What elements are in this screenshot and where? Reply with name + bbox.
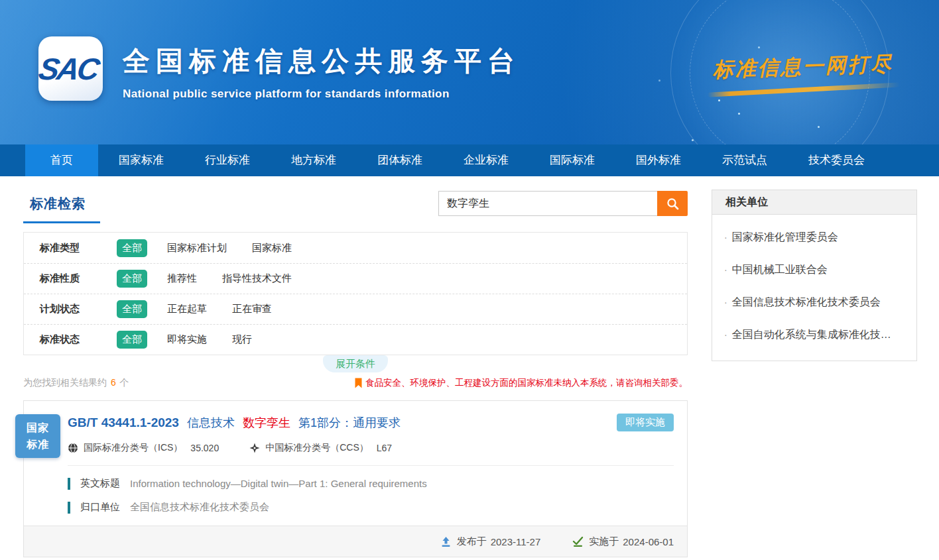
bullet-dot: · xyxy=(724,264,727,275)
page-title-standard-search: 标准检索 xyxy=(23,190,100,223)
english-title-value: Information technology—Digital twin—Part… xyxy=(130,478,427,489)
nav-item-technical-committees[interactable]: 技术委员会 xyxy=(788,144,885,176)
nav-item-foreign-standards[interactable]: 国外标准 xyxy=(615,144,702,176)
ics-label: 国际标准分类号（ICS） xyxy=(84,442,182,454)
bullet-dot: · xyxy=(724,297,727,308)
ics-classification: 国际标准分类号（ICS） 35.020 xyxy=(68,442,219,454)
standard-title-part1: 信息技术 xyxy=(187,416,235,429)
implemented-date: 实施于 2024-06-01 xyxy=(572,535,674,548)
search-input[interactable] xyxy=(438,191,657,216)
site-header: SAC 全国标准信息公共服务平台 National public service… xyxy=(0,0,939,144)
related-units-panel: 相关单位 ·国家标准化管理委员会 ·中国机械工业联合会 ·全国信息技术标准化技术… xyxy=(712,190,917,361)
implemented-date-value: 2024-06-01 xyxy=(623,536,674,547)
sidebar-item-automation-committee[interactable]: ·全国自动化系统与集成标准化技… xyxy=(724,319,905,351)
standard-title-part2: 第1部分：通用要求 xyxy=(298,416,401,429)
bullet-dot: · xyxy=(724,232,727,243)
sac-logo-text: SAC xyxy=(36,51,105,87)
sac-logo[interactable]: SAC xyxy=(38,36,103,101)
ccs-value: L67 xyxy=(377,443,392,453)
standard-type-badge: 国家 标准 xyxy=(15,414,60,458)
nav-item-home[interactable]: 首页 xyxy=(25,144,98,176)
filter-label: 计划状态 xyxy=(40,303,90,315)
header-slogan: 标准信息一网打尽 xyxy=(703,50,903,95)
site-subtitle: National public service platform for sta… xyxy=(123,87,521,101)
nav-item-national-standards[interactable]: 国家标准 xyxy=(98,144,184,176)
filter-option[interactable]: 正在审查 xyxy=(232,303,272,315)
sidebar-item-sac[interactable]: ·国家标准化管理委员会 xyxy=(724,221,905,254)
compass-icon xyxy=(249,443,260,453)
site-title: 全国标准信息公共服务平台 xyxy=(123,43,521,80)
status-badge: 即将实施 xyxy=(617,414,674,431)
related-units-title: 相关单位 xyxy=(712,190,916,215)
type-badge-line2: 标准 xyxy=(27,436,49,453)
published-date-value: 2023-11-27 xyxy=(491,536,541,547)
expand-conditions-button[interactable]: 展开条件 xyxy=(323,355,388,372)
published-label: 发布于 xyxy=(457,535,487,548)
filter-row-standard-status: 标准状态 全部 即将实施 现行 xyxy=(24,324,687,355)
standard-title-link[interactable]: 信息技术 数字孪生 第1部分：通用要求 xyxy=(187,415,401,431)
search-icon xyxy=(666,197,680,211)
filter-option[interactable]: 国家标准计划 xyxy=(167,242,227,254)
main-nav: 首页 国家标准 行业标准 地方标准 团体标准 企业标准 国际标准 国外标准 示范… xyxy=(0,144,939,176)
notice-text: 食品安全、环境保护、工程建设方面的国家标准未纳入本系统，请咨询相关部委。 xyxy=(365,377,688,389)
english-title-label: 英文标题 xyxy=(80,477,120,490)
results-count-suffix: 个 xyxy=(120,377,129,388)
standard-code-link[interactable]: GB/T 43441.1-2023 xyxy=(68,416,179,430)
results-count: 为您找到相关结果约 6 个 xyxy=(23,377,129,389)
info-bar-decoration xyxy=(68,502,70,514)
filter-row-standard-nature: 标准性质 全部 推荐性 指导性技术文件 xyxy=(24,263,687,294)
filter-option[interactable]: 指导性技术文件 xyxy=(222,272,292,285)
filter-option[interactable]: 现行 xyxy=(232,333,252,346)
filter-all-badge[interactable]: 全部 xyxy=(117,300,147,318)
search-button[interactable] xyxy=(657,191,688,216)
standard-title-highlight: 数字孪生 xyxy=(243,416,290,429)
ics-value: 35.020 xyxy=(190,443,219,453)
responsible-unit-value: 全国信息技术标准化技术委员会 xyxy=(130,501,269,514)
filter-option[interactable]: 推荐性 xyxy=(167,272,197,285)
sidebar-item-it-standardization-committee[interactable]: ·全国信息技术标准化技术委员会 xyxy=(724,286,905,319)
filter-label: 标准状态 xyxy=(40,333,90,346)
info-bar-decoration xyxy=(68,478,70,490)
nav-item-international-standards[interactable]: 国际标准 xyxy=(529,144,615,176)
result-card: 国家 标准 GB/T 43441.1-2023 信息技术 数字孪生 第1部分：通… xyxy=(23,400,688,557)
sidebar-item-machinery-federation[interactable]: ·中国机械工业联合会 xyxy=(724,254,905,286)
nav-item-pilot-demos[interactable]: 示范试点 xyxy=(702,144,788,176)
nav-item-local-standards[interactable]: 地方标准 xyxy=(271,144,357,176)
results-count-number: 6 xyxy=(109,377,117,388)
bullet-dot: · xyxy=(724,329,727,340)
slogan-text: 标准信息一网打尽 xyxy=(703,50,903,84)
responsible-unit-label: 归口单位 xyxy=(80,501,120,514)
filter-option[interactable]: 正在起草 xyxy=(167,303,207,315)
result-card-footer: 发布于 2023-11-27 实施于 2024-06-01 xyxy=(24,526,687,557)
nav-item-group-standards[interactable]: 团体标准 xyxy=(357,144,443,176)
nav-item-enterprise-standards[interactable]: 企业标准 xyxy=(443,144,529,176)
ccs-label: 中国标准分类号（CCS） xyxy=(265,442,369,454)
type-badge-line1: 国家 xyxy=(27,420,49,436)
filter-all-badge[interactable]: 全部 xyxy=(117,239,147,257)
responsible-unit-row: 归口单位 全国信息技术标准化技术委员会 xyxy=(68,501,674,514)
filter-all-badge[interactable]: 全部 xyxy=(117,331,147,349)
system-notice: 食品安全、环境保护、工程建设方面的国家标准未纳入本系统，请咨询相关部委。 xyxy=(355,377,688,389)
filter-row-standard-type: 标准类型 全部 国家标准计划 国家标准 xyxy=(24,233,687,263)
bookmark-icon xyxy=(355,378,362,388)
results-count-prefix: 为您找到相关结果约 xyxy=(23,377,107,388)
published-date: 发布于 2023-11-27 xyxy=(440,535,541,548)
english-title-row: 英文标题 Information technology—Digital twin… xyxy=(68,477,674,490)
nav-item-industry-standards[interactable]: 行业标准 xyxy=(184,144,271,176)
ccs-classification: 中国标准分类号（CCS） L67 xyxy=(249,442,392,454)
implement-check-icon xyxy=(572,536,584,547)
filter-label: 标准类型 xyxy=(40,242,90,254)
implemented-label: 实施于 xyxy=(589,535,619,548)
filter-option[interactable]: 国家标准 xyxy=(252,242,292,254)
filter-label: 标准性质 xyxy=(40,272,90,285)
globe-icon xyxy=(68,443,78,453)
filter-all-badge[interactable]: 全部 xyxy=(117,270,147,288)
filter-row-plan-status: 计划状态 全部 正在起草 正在审查 xyxy=(24,294,687,324)
filter-option[interactable]: 即将实施 xyxy=(167,333,207,346)
publish-upload-icon xyxy=(440,536,452,547)
filter-panel: 标准类型 全部 国家标准计划 国家标准 标准性质 全部 推荐性 指导性技术文件 … xyxy=(23,232,688,355)
